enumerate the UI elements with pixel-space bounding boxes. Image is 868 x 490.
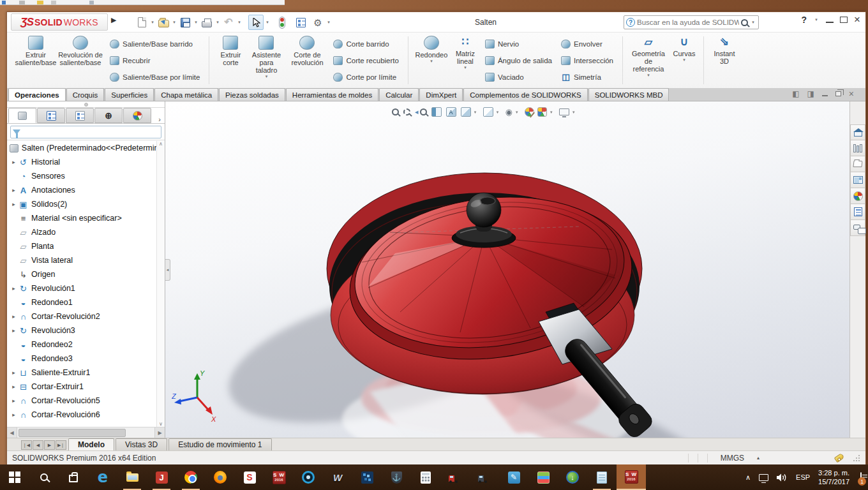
- frying-pan-model[interactable]: [165, 101, 849, 438]
- linear-pattern-dropdown[interactable]: ▾: [462, 65, 468, 70]
- taskbar-store-icon[interactable]: [59, 464, 88, 490]
- extrude-cut-button[interactable]: Extruir corte: [214, 34, 247, 86]
- open-button[interactable]: [156, 15, 170, 30]
- doc-restore-button[interactable]: [835, 91, 841, 96]
- scrollbar-thumb[interactable]: [19, 429, 126, 437]
- tab-complementos[interactable]: Complementos de SOLIDWORKS: [463, 88, 587, 101]
- save-button[interactable]: [178, 15, 192, 30]
- tab-chapa-metalica[interactable]: Chapa metálica: [154, 88, 218, 101]
- expand-arrow-icon[interactable]: ▸: [10, 397, 18, 404]
- tree-item-cortar-revolucion2[interactable]: ▸∩Cortar-Revolución2: [7, 309, 156, 323]
- print-button[interactable]: [200, 15, 214, 30]
- taskbar-file-explorer-icon[interactable]: [117, 464, 147, 490]
- taskbar-start-button[interactable]: [0, 464, 29, 490]
- scroll-up-icon[interactable]: ∧: [159, 141, 163, 147]
- appearances-scenes-button[interactable]: [850, 188, 865, 204]
- help-button[interactable]: ?: [802, 15, 807, 25]
- resize-grip[interactable]: [853, 454, 860, 462]
- scroll-right-icon[interactable]: ▶: [154, 427, 165, 438]
- expand-arrow-icon[interactable]: ▸: [10, 201, 18, 207]
- tab-dimxpertmanager[interactable]: ⊕: [94, 108, 123, 123]
- hole-wizard-dropdown[interactable]: ▾: [263, 74, 269, 79]
- instant3d-button[interactable]: ⇘ Instant 3D: [708, 34, 740, 86]
- units-dropdown-icon[interactable]: ▴: [757, 455, 760, 461]
- expand-arrow-icon[interactable]: ▸: [10, 327, 18, 334]
- tab-configurationmanager[interactable]: [66, 108, 94, 123]
- taskbar-chrome-icon[interactable]: [176, 464, 206, 490]
- taskbar-search-button[interactable]: [29, 464, 59, 490]
- tab-calcular[interactable]: Calcular: [379, 88, 419, 101]
- save-dropdown[interactable]: ▾: [193, 20, 199, 25]
- select-dropdown[interactable]: ▾: [264, 20, 271, 25]
- tab-displaymanager[interactable]: [123, 108, 151, 123]
- expand-arrow-icon[interactable]: ▸: [10, 383, 18, 390]
- maximize-button[interactable]: [840, 17, 848, 23]
- tab-herramientas-de-moldes[interactable]: Herramientas de moldes: [286, 88, 378, 101]
- options-list-button[interactable]: [294, 15, 308, 30]
- taskbar-blue-pen-app-icon[interactable]: ✎: [499, 464, 528, 490]
- menu-flyout-arrow[interactable]: ▶: [111, 16, 116, 24]
- expand-arrow-icon[interactable]: ▸: [10, 187, 18, 193]
- new-document-button[interactable]: [135, 15, 149, 30]
- taskbar-calculator-icon[interactable]: [411, 464, 440, 490]
- select-tool-button[interactable]: [248, 15, 264, 30]
- taskbar-firefox-icon[interactable]: [206, 464, 235, 490]
- curves-dropdown[interactable]: ▾: [681, 57, 687, 63]
- tree-item-vista-lateral[interactable]: ▱Vista lateral: [7, 253, 156, 267]
- taskbar-notepad-icon[interactable]: [587, 464, 617, 490]
- taskbar-war-thunder-icon[interactable]: W: [323, 464, 352, 490]
- tree-horizontal-scrollbar[interactable]: ◀ ▶: [7, 427, 165, 438]
- tree-item-cortar-revolucion6[interactable]: ▸∩Cortar-Revolución6: [7, 408, 156, 422]
- taskbar-red-app-icon[interactable]: J: [147, 464, 176, 490]
- taskbar-solidworks-2016-icon[interactable]: S W2016: [264, 464, 294, 490]
- custom-properties-button[interactable]: [850, 204, 865, 220]
- print-dropdown[interactable]: ▾: [214, 20, 221, 25]
- collapse-pane-left-icon[interactable]: ◧: [792, 89, 799, 98]
- collapse-pane-right-icon[interactable]: ◨: [807, 89, 814, 98]
- expand-arrow-icon[interactable]: ▸: [10, 313, 18, 320]
- new-dropdown[interactable]: ▾: [149, 20, 156, 25]
- undo-dropdown[interactable]: ▾: [236, 20, 243, 25]
- expand-arrow-icon[interactable]: ▸: [10, 159, 18, 165]
- tree-item-redondeo3[interactable]: ◒Redondeo3: [7, 352, 156, 366]
- lofted-cut-button[interactable]: Corte recubierto: [331, 53, 400, 68]
- revolve-boss-button[interactable]: Revolución de saliente/base: [56, 34, 105, 86]
- nav-first-button[interactable]: ❘◀: [21, 440, 32, 450]
- action-center-button[interactable]: 1: [860, 473, 862, 482]
- doc-minimize-button[interactable]: [822, 95, 828, 96]
- tab-modelo[interactable]: Modelo: [68, 438, 114, 450]
- linear-pattern-button[interactable]: ∷ Matriz lineal ▾: [450, 34, 481, 86]
- fillet-dropdown[interactable]: ▾: [428, 59, 435, 64]
- hole-wizard-button[interactable]: Asistente para taladro ▾: [247, 34, 285, 86]
- language-indicator[interactable]: ESP: [796, 473, 810, 481]
- swept-boss-button[interactable]: Saliente/Base barrido: [108, 36, 202, 51]
- tab-piezas-soldadas[interactable]: Piezas soldadas: [219, 88, 285, 101]
- solidworks-forum-button[interactable]: [850, 220, 865, 236]
- taskbar-clock[interactable]: 3:28 p. m. 15/7/2017: [818, 468, 849, 486]
- tab-estudio-de-movimiento[interactable]: Estudio de movimiento 1: [168, 438, 271, 450]
- undo-button[interactable]: ↶: [221, 15, 236, 30]
- expand-arrow-icon[interactable]: ▸: [10, 285, 18, 292]
- settings-dropdown[interactable]: ▾: [326, 20, 332, 25]
- tree-item-historial[interactable]: ▸↺Historial: [7, 155, 156, 169]
- nav-last-button[interactable]: ▶❘: [56, 440, 66, 450]
- tree-root[interactable]: Salten (Predeterminado<<Predetermin: [7, 141, 156, 155]
- help-dropdown[interactable]: ▾: [813, 17, 819, 22]
- open-dropdown[interactable]: ▾: [171, 20, 177, 25]
- selection-filter-button[interactable]: [275, 15, 289, 30]
- minimize-button[interactable]: [826, 22, 834, 23]
- taskbar-american-truck-simulator-icon[interactable]: [440, 464, 470, 490]
- tray-chevron-up-icon[interactable]: ∧: [745, 473, 751, 482]
- extrude-boss-button[interactable]: Extruir saliente/base: [16, 34, 56, 86]
- tab-vistas-3d[interactable]: Vistas 3D: [116, 438, 167, 450]
- taskbar-bluestacks-icon[interactable]: [528, 464, 558, 490]
- tree-item-cortar-extruir1[interactable]: ▸⊟Cortar-Extruir1: [7, 380, 156, 394]
- rib-button[interactable]: Nervio: [483, 36, 554, 51]
- help-search-input[interactable]: [637, 19, 739, 26]
- expand-arrow-icon[interactable]: ▸: [10, 412, 18, 418]
- mirror-button[interactable]: ◫Simetría: [559, 70, 615, 84]
- tree-item-revolucion3[interactable]: ▸↻Revolución3: [7, 323, 156, 338]
- intersect-button[interactable]: Intersección: [559, 53, 615, 68]
- panel-splitter[interactable]: [7, 101, 165, 108]
- tab-featuremanager-tree[interactable]: [8, 108, 36, 123]
